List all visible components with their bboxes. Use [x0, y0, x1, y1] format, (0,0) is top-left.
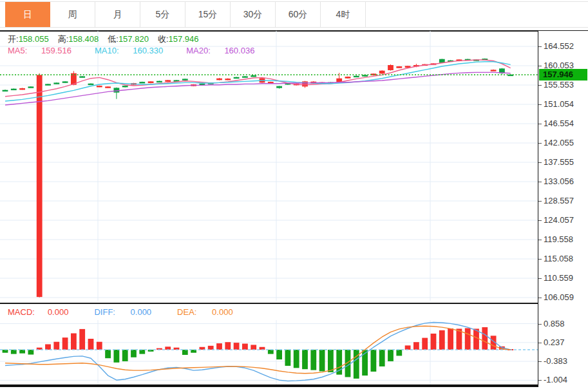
- tab-15min[interactable]: 15分: [185, 2, 231, 27]
- timeframe-tabbar-band: 日周月5分15分30分60分4时: [0, 1, 588, 28]
- axis-tick: [538, 324, 542, 325]
- tab-5min[interactable]: 5分: [140, 2, 185, 27]
- bottom-border: [0, 384, 588, 387]
- axis-label: 151.054: [544, 99, 574, 109]
- macd-chart-panel[interactable]: [0, 320, 538, 384]
- axis-tick: [538, 343, 542, 343]
- axis-label: 146.554: [544, 119, 574, 129]
- axis-tick: [538, 46, 542, 47]
- macd-readout: MACD:0.000DIFF: 0.000DEA: 0.000: [8, 305, 259, 320]
- price-axis: 157.946 164.552160.053155.553151.054146.…: [538, 31, 588, 387]
- axis-label: 128.557: [544, 196, 574, 206]
- macd-divider: [0, 303, 538, 304]
- axis-tick: [538, 104, 542, 105]
- tab-day[interactable]: 日: [5, 2, 50, 27]
- axis-tick: [538, 66, 542, 66]
- open-value: 158.055: [19, 34, 49, 44]
- axis-tick: [538, 124, 542, 124]
- trading-chart-app: 日周月5分15分30分60分4时 开:158.055高:158.408低:157…: [0, 0, 588, 389]
- axis-label: 115.058: [544, 254, 573, 264]
- axis-label: 164.552: [544, 41, 574, 52]
- axis-tick: [538, 220, 542, 221]
- axis-tick: [538, 143, 542, 144]
- ma5-readout: MA5: 159.516: [8, 46, 83, 55]
- dea-value-readout: DEA: 0.000: [177, 307, 246, 317]
- axis-tick: [538, 162, 542, 163]
- ohlc-readout: 开:158.055高:158.408低:157.820收:157.946: [8, 33, 208, 45]
- axis-tick: [538, 201, 542, 202]
- axis-label: 0.858: [544, 319, 565, 329]
- axis-label: 142.055: [544, 138, 574, 148]
- high-label: 高:: [58, 34, 69, 44]
- macd-chart-canvas: [0, 320, 538, 384]
- ma-readout: MA5: 159.516MA10: 160.330MA20: 160.036: [8, 46, 278, 55]
- tab-4hour[interactable]: 4时: [321, 2, 366, 27]
- axis-label: 119.558: [544, 234, 573, 245]
- axis-tick: [538, 380, 542, 381]
- low-label: 低:: [108, 34, 119, 44]
- ma20-readout: MA20: 160.036: [186, 46, 266, 55]
- close-label: 收:: [158, 34, 169, 44]
- candlestick-chart-panel[interactable]: 开:158.055高:158.408低:157.820收:157.946 MA5…: [0, 31, 538, 301]
- open-label: 开:: [8, 34, 19, 44]
- axis-label: 137.555: [544, 157, 574, 167]
- tab-month[interactable]: 月: [95, 2, 140, 27]
- axis-label: -1.004: [544, 375, 567, 385]
- axis-label: 155.553: [544, 80, 574, 90]
- low-value: 157.820: [119, 34, 149, 44]
- diff-value-readout: DIFF: 0.000: [94, 307, 164, 317]
- ma10-readout: MA10: 160.330: [95, 46, 175, 55]
- axis-tick: [538, 182, 542, 182]
- axis-tick: [538, 278, 542, 279]
- tab-week[interactable]: 周: [50, 2, 95, 27]
- axis-tick: [538, 361, 542, 362]
- high-value: 158.408: [68, 34, 99, 44]
- timeframe-tabbar: 日周月5分15分30分60分4时: [5, 2, 366, 27]
- macd-value-readout: MACD:0.000: [8, 307, 81, 317]
- axis-label: 106.059: [544, 292, 574, 303]
- axis-tick: [538, 240, 542, 240]
- axis-label: 133.056: [544, 176, 574, 187]
- axis-label: -0.383: [544, 356, 567, 366]
- axis-label: 0.237: [544, 337, 565, 348]
- tab-30min[interactable]: 30分: [231, 2, 276, 27]
- axis-label: 160.053: [544, 61, 574, 71]
- tab-60min[interactable]: 60分: [276, 2, 321, 27]
- axis-label: 110.559: [544, 273, 573, 283]
- axis-tick: [538, 85, 542, 86]
- axis-label: 124.057: [544, 215, 574, 225]
- close-value: 157.946: [169, 34, 199, 44]
- candlestick-chart-canvas: [0, 31, 538, 301]
- axis-tick: [538, 259, 542, 260]
- axis-tick: [538, 298, 542, 298]
